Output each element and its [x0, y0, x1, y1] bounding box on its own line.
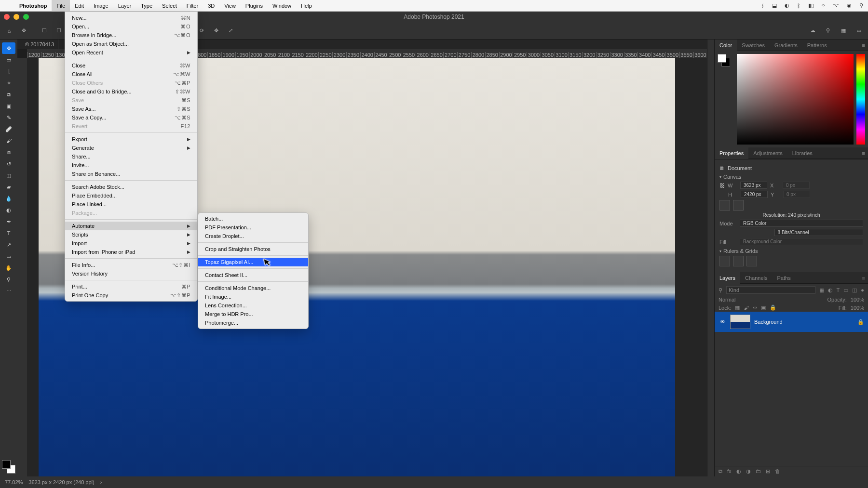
menu-item-crop-and-straighten-photos[interactable]: Crop and Straighten Photos [198, 245, 308, 253]
menu-view[interactable]: View [219, 0, 241, 12]
canvas-x-field[interactable]: 0 px [783, 182, 810, 189]
eyedropper-tool[interactable]: ✎ [2, 112, 15, 123]
menu-item-save-as[interactable]: Save As...⇧⌘S [65, 105, 197, 113]
canvas-y-field[interactable]: 0 px [783, 191, 810, 198]
link-wh-icon[interactable]: ⛓ [719, 183, 725, 188]
menu-item-version-history[interactable]: Version History [65, 269, 197, 278]
app-name[interactable]: Photoshop [14, 3, 52, 9]
layer-thumbnail[interactable] [730, 315, 750, 329]
layer-row[interactable]: 👁 Background 🔒 [715, 312, 868, 332]
healing-brush-tool[interactable]: 🩹 [2, 123, 15, 135]
menu-item-close-all[interactable]: Close All⌥⌘W [65, 70, 197, 79]
orientation-landscape-button[interactable] [733, 200, 744, 211]
rulers-section-label[interactable]: Rulers & Grids [719, 248, 863, 254]
menu-filter[interactable]: Filter [182, 0, 203, 12]
filter-type-icon[interactable]: T [837, 287, 840, 293]
dodge-tool[interactable]: ◐ [2, 204, 15, 216]
menu-item-place-embedded[interactable]: Place Embedded... [65, 191, 197, 200]
home-icon[interactable]: ⌂ [5, 26, 14, 35]
menu-item-open-recent[interactable]: Open Recent▶ [65, 48, 197, 57]
lasso-tool[interactable]: ɭ [2, 66, 15, 77]
panel-menu-icon[interactable]: ≡ [859, 147, 868, 159]
tab-channels[interactable]: Channels [740, 272, 772, 284]
menu-item-create-droplet[interactable]: Create Droplet... [198, 232, 308, 240]
lock-position-icon[interactable]: ⇔ [753, 304, 757, 311]
marquee-tool[interactable]: ▭ [2, 54, 15, 66]
blend-mode-select[interactable]: Normal [719, 297, 752, 303]
menu-item-import-from-iphone-or-ipad[interactable]: Import from iPhone or iPad▶ [65, 248, 197, 256]
menu-item-search-adobe-stock[interactable]: Search Adobe Stock... [65, 183, 197, 191]
menu-item-import[interactable]: Import▶ [65, 239, 197, 248]
window-minimize-button[interactable] [14, 14, 19, 20]
ruler-vertical[interactable] [17, 58, 27, 476]
menu-plugins[interactable]: Plugins [241, 0, 268, 12]
menu-layer[interactable]: Layer [113, 0, 136, 12]
window-close-button[interactable] [4, 14, 10, 20]
window-zoom-button[interactable] [23, 14, 29, 20]
filter-smart-icon[interactable]: ◫ [852, 287, 857, 293]
battery-icon[interactable]: ▮▯ [808, 2, 814, 9]
opacity-field[interactable]: 100% [851, 297, 864, 303]
menu-item-new[interactable]: New...⌘N [65, 13, 197, 22]
delete-layer-icon[interactable]: 🗑 [775, 468, 780, 475]
menu-item-open-as-smart-object[interactable]: Open as Smart Object... [65, 40, 197, 48]
layer-group-icon[interactable]: 🗀 [756, 468, 761, 475]
lock-transparency-icon[interactable]: ▦ [735, 304, 740, 311]
wifi-status-icon[interactable]: ⌔ [822, 3, 825, 9]
color-mode-select[interactable]: RGB Color [740, 220, 863, 227]
fg-bg-swatch[interactable] [2, 460, 15, 474]
layer-fx-icon[interactable]: fx [727, 468, 732, 475]
move-tool[interactable]: ✥ [2, 42, 15, 54]
menu-item-browse-in-bridge[interactable]: Browse in Bridge...⌥⌘O [65, 31, 197, 40]
tab-gradients[interactable]: Gradients [770, 40, 802, 51]
gradient-tool[interactable]: ▰ [2, 181, 15, 193]
doc-info[interactable]: 3623 px x 2420 px (240 ppi) [28, 479, 94, 485]
menu-item-place-linked[interactable]: Place Linked... [65, 200, 197, 209]
menu-item-print[interactable]: Print...⌘P [65, 282, 197, 291]
spotlight-icon[interactable]: ⚲ [859, 2, 863, 9]
move-tool-swatch[interactable]: ✥ [19, 26, 28, 35]
menu-select[interactable]: Select [157, 0, 182, 12]
pen-tool[interactable]: ✒ [2, 216, 15, 227]
dropbox-icon[interactable]: ⬓ [772, 2, 777, 9]
zoom-level[interactable]: 77.02% [5, 479, 23, 485]
menu-file[interactable]: File [52, 0, 70, 12]
layer-kind-select[interactable]: Kind [726, 286, 815, 294]
menu-item-export[interactable]: Export▶ [65, 135, 197, 144]
filter-shape-icon[interactable]: ▭ [843, 287, 848, 293]
menu-item-save-a-copy[interactable]: Save a Copy...⌥⌘S [65, 113, 197, 122]
bit-depth-select[interactable]: 8 Bits/Channel [774, 229, 863, 236]
orbit-icon[interactable]: ⟳ [197, 26, 206, 35]
link-layers-icon[interactable]: ⧉ [719, 468, 722, 475]
menu-item-topaz-gigapixel-ai[interactable]: Topaz Gigapixel AI... [198, 258, 308, 266]
layer-filter-icon[interactable]: ⚲ [719, 287, 722, 293]
color-fgbg-swatch[interactable] [715, 51, 734, 147]
menu-3d[interactable]: 3D [203, 0, 219, 12]
menu-item-fit-image[interactable]: Fit Image... [198, 292, 308, 301]
menu-edit[interactable]: Edit [70, 0, 89, 12]
roll-icon[interactable]: ⤢ [226, 26, 235, 35]
layer-mask-icon[interactable]: ◐ [736, 468, 741, 475]
canvas-width-field[interactable]: 3623 px [740, 182, 767, 189]
cloud-icon[interactable]: ☁ [808, 26, 817, 35]
menu-item-automate[interactable]: Automate▶ [65, 222, 197, 230]
layer-lock-icon[interactable]: 🔒 [857, 319, 864, 325]
fill-select[interactable]: Background Color [740, 238, 863, 245]
menu-item-lens-correction[interactable]: Lens Correction... [198, 301, 308, 310]
hue-slider[interactable] [856, 54, 865, 145]
canvas-height-field[interactable]: 2420 px [741, 191, 768, 198]
canvas-section-label[interactable]: Canvas [719, 174, 863, 180]
type-tool[interactable]: T [2, 227, 15, 239]
menu-item-share-on-behance[interactable]: Share on Behance... [65, 170, 197, 178]
orientation-portrait-button[interactable] [719, 200, 730, 211]
menu-help[interactable]: Help [296, 0, 317, 12]
menu-item-pdf-presentation[interactable]: PDF Presentation... [198, 223, 308, 232]
ruler-toggle-button[interactable] [719, 256, 730, 266]
layer-name[interactable]: Background [754, 319, 783, 325]
tab-libraries[interactable]: Libraries [787, 147, 817, 159]
frame-tool[interactable]: ▣ [2, 100, 15, 112]
tab-layers[interactable]: Layers [715, 272, 740, 284]
lock-artboard-icon[interactable]: ▣ [761, 304, 766, 311]
menu-type[interactable]: Type [136, 0, 157, 12]
transform-controls-check[interactable]: ☐ [54, 26, 63, 35]
